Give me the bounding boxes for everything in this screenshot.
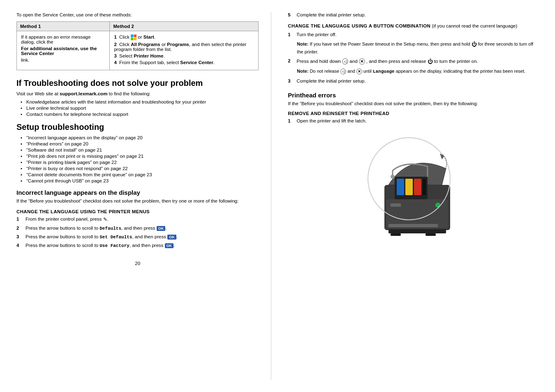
svg-rect-2 — [131, 38, 134, 41]
color-icon-note2: ◁ — [340, 69, 346, 74]
troubleshooting-heading: If Troubleshooting does not solve your p… — [16, 78, 259, 88]
cancel-icon-note2: ✕ — [356, 69, 362, 74]
right-step-5: 5 Complete the initial printer setup. — [288, 12, 539, 17]
note-1: Note: If you have set the Power Saver ti… — [297, 40, 539, 55]
troubleshooting-intro: Visit our Web site at support.lexmark.co… — [16, 91, 259, 96]
method2-step4: 4 From the Support tab, select Service C… — [114, 60, 254, 65]
method1-cell: If it appears on an error message dialog… — [17, 31, 110, 70]
lang-step-3-content: Press the arrow buttons to scroll to Set… — [25, 234, 259, 240]
r-step-1-content: Turn the printer off. — [295, 32, 539, 37]
lang-step-num-2: 2 — [16, 226, 24, 231]
lang-step-1-content: From the printer control panel, press ✎. — [25, 217, 259, 222]
cancel-icon-step2: ✕ — [359, 58, 365, 65]
step-num-3: 3 — [114, 53, 116, 58]
troubleshooting-bullets: Knowledgebase articles with the latest i… — [21, 99, 259, 117]
right-step-5-content: Complete the initial printer setup. — [295, 12, 539, 17]
printer-home-label: Printer Home — [134, 53, 163, 58]
lang-step-num-1: 1 — [16, 217, 24, 221]
start-label: Start — [143, 35, 154, 39]
ok-btn-3: OK — [167, 235, 176, 240]
printhead-errors-heading: Printhead errors — [288, 92, 539, 99]
incorrect-language-intro: If the “Before you troubleshoot” checkli… — [16, 198, 259, 203]
step-num-2: 2 — [114, 42, 116, 47]
lang-step-4-content: Press the arrow buttons to scroll to Use… — [25, 243, 259, 248]
language-word: Language — [373, 69, 395, 74]
remove-reinsert-title: Remove and reinsert the printhead — [288, 111, 539, 116]
setup-bullet-7: “Cannot delete documents from the print … — [21, 172, 259, 177]
lang-step-1: 1 From the printer control panel, press … — [16, 217, 259, 222]
svg-rect-17 — [391, 233, 401, 236]
r-step-num-1: 1 — [288, 32, 295, 37]
page-number-container: 20 — [16, 261, 259, 266]
note-1-label: Note: — [297, 42, 308, 46]
svg-rect-1 — [134, 35, 137, 37]
method2-step2: 2 Click All Programs or Programs, and th… — [114, 42, 254, 52]
setup-icon: ✎ — [103, 217, 107, 222]
svg-rect-3 — [134, 38, 137, 41]
programs-label: Programs — [167, 42, 189, 47]
method2-step1: 1 Click — [114, 35, 254, 40]
method2-step3: 3 Select Printer Home. — [114, 53, 254, 58]
intro-text: To open the Service Center, use one of t… — [16, 12, 259, 17]
ok-btn-2: OK — [157, 226, 166, 231]
svg-point-12 — [391, 175, 395, 179]
lang-step-num-4: 4 — [16, 243, 24, 248]
windows-logo-icon — [131, 35, 136, 40]
set-defaults-label: Set Defaults — [99, 235, 132, 240]
method1-text-line1: If it appears on an error message dialog… — [21, 35, 105, 44]
svg-rect-13 — [388, 224, 438, 227]
note-2-label: Note: — [297, 69, 308, 74]
methods-table: Method 1 Method 2 If it appears on an er… — [16, 21, 259, 70]
bullet-3: Contact numbers for telephone technical … — [21, 112, 259, 117]
svg-rect-11 — [423, 179, 426, 195]
lang-step-3: 3 Press the arrow buttons to scroll to S… — [16, 234, 259, 240]
method1-bold-text: For additional assistance, use the Servi… — [21, 46, 105, 56]
setup-bullet-6: “Printer is busy or does not respond” on… — [21, 166, 259, 171]
lang-step-2-content: Press the arrow buttons to scroll to Def… — [25, 226, 259, 231]
printer-image — [356, 136, 471, 242]
setup-bullet-8: “Cannot print through USB” on page 23 — [21, 178, 259, 183]
svg-rect-9 — [405, 179, 413, 195]
svg-rect-18 — [426, 233, 436, 236]
power-icon-note1: ⏻ — [472, 41, 477, 47]
printer-svg — [356, 136, 471, 242]
right-step-num-5: 5 — [288, 12, 295, 17]
setup-bullet-5: “Printer is printing blank pages” on pag… — [21, 160, 259, 165]
r-step-3: 3 Complete the initial printer setup. — [288, 78, 539, 83]
setup-bullet-1: “Incorrect language appears on the displ… — [21, 135, 259, 140]
svg-rect-14 — [391, 203, 401, 207]
method2-cell: 1 Click — [110, 31, 259, 70]
r-step-num-2: 2 — [288, 58, 295, 63]
right-column: 5 Complete the initial printer setup. Ch… — [271, 12, 539, 380]
change-language-big-heading: Change the language using a button combi… — [288, 23, 430, 28]
r-step-3-content: Complete the initial printer setup. — [295, 78, 539, 83]
incorrect-language-heading: Incorrect language appears on the displa… — [16, 189, 259, 196]
defaults-label: Defaults — [99, 226, 121, 231]
bullet-1: Knowledgebase articles with the latest i… — [21, 99, 259, 104]
website-url: support.lexmark.com — [60, 91, 107, 96]
change-language-paren: (if you cannot read the current language… — [432, 23, 518, 28]
note-2: Note: Do not release ◁ and ✕ until Langu… — [297, 68, 539, 75]
method1-header: Method 1 — [17, 22, 110, 31]
setup-bullets: “Incorrect language appears on the displ… — [21, 135, 259, 183]
printhead-step-1: 1 Open the printer and lift the latch. — [288, 118, 539, 123]
svg-rect-0 — [131, 35, 134, 37]
all-programs-label: All Programs — [131, 42, 160, 47]
printhead-step-num-1: 1 — [288, 118, 295, 123]
and-text-step2: and — [349, 59, 358, 64]
color-icon-step2: ◁ — [342, 58, 348, 65]
use-factory-label: Use Factory — [99, 243, 130, 248]
step-num-1: 1 — [114, 35, 116, 39]
setup-bullet-4: “Print job does not print or is missing … — [21, 154, 259, 159]
svg-rect-10 — [414, 179, 421, 195]
ok-btn-4: OK — [165, 243, 174, 248]
setup-bullet-3: “Software did not install” on page 21 — [21, 148, 259, 152]
step-num-4: 4 — [114, 60, 116, 65]
printer-image-container — [288, 136, 539, 242]
r-step-num-3: 3 — [288, 78, 295, 83]
method2-header: Method 2 — [110, 22, 259, 31]
r-step-2-content: Press and hold down ◁ and ✕ , and then p… — [295, 58, 539, 65]
bullet-2: Live online technical support — [21, 106, 259, 111]
windows-icon — [131, 35, 138, 39]
change-language-heading-container: Change the language using a button combi… — [288, 23, 539, 29]
